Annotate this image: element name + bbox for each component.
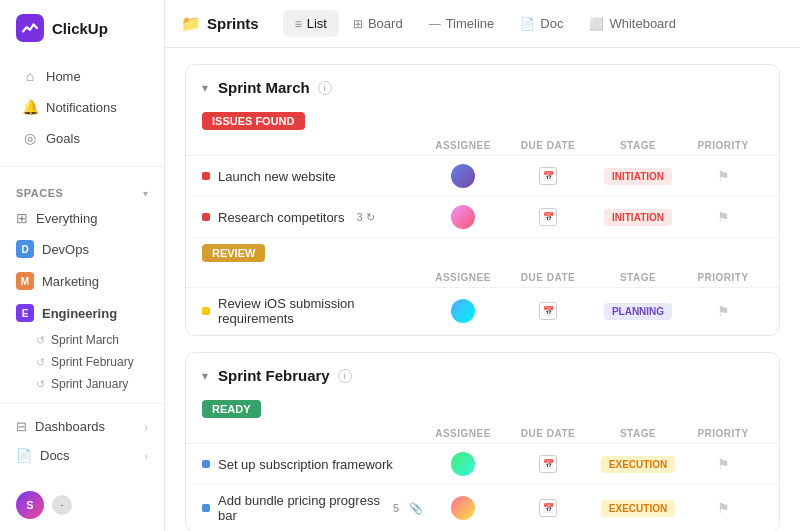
- due-date-cell: 📅: [503, 208, 593, 226]
- stage-cell: INITIATION: [593, 209, 683, 226]
- sprint-march-title: Sprint March: [218, 79, 310, 96]
- goals-label: Goals: [46, 131, 80, 146]
- col-duedate-3: DUE DATE: [503, 428, 593, 439]
- sidebar-item-sprint-february[interactable]: ↺ Sprint February: [0, 351, 164, 373]
- task-label: Set up subscription framework: [218, 457, 393, 472]
- devops-dot: D: [16, 240, 34, 258]
- table-row: Review iOS submission requirements 📅 PLA…: [186, 288, 779, 335]
- priority-cell: ⚑: [683, 500, 763, 516]
- avatar: [451, 299, 475, 323]
- sidebar-item-goals[interactable]: ◎ Goals: [6, 123, 158, 153]
- tab-whiteboard-label: Whiteboard: [609, 16, 675, 31]
- calendar-icon[interactable]: 📅: [539, 499, 557, 517]
- marketing-dot: M: [16, 272, 34, 290]
- engineering-dot: E: [16, 304, 34, 322]
- ready-badge: READY: [202, 400, 261, 418]
- paperclip-icon: 📎: [409, 502, 423, 515]
- sprint-february-group1-columns: ASSIGNEE DUE DATE STAGE PRIORITY: [186, 424, 779, 444]
- task-dot-blue: [202, 460, 210, 468]
- docs-label: Docs: [40, 448, 70, 463]
- tab-timeline[interactable]: — Timeline: [417, 10, 507, 37]
- grid-icon: ⊞: [16, 210, 28, 226]
- sprint-march-group1-columns: ASSIGNEE DUE DATE STAGE PRIORITY: [186, 136, 779, 156]
- task-dot-red: [202, 213, 210, 221]
- notifications-label: Notifications: [46, 100, 117, 115]
- sprint-january-sub-icon: ↺: [36, 378, 45, 391]
- assignee-cell: [423, 164, 503, 188]
- calendar-icon[interactable]: 📅: [539, 302, 557, 320]
- whiteboard-tab-icon: ⬜: [589, 17, 604, 31]
- priority-cell: ⚑: [683, 456, 763, 472]
- flag-icon: ⚑: [717, 500, 730, 516]
- avatar: [451, 164, 475, 188]
- due-date-cell: 📅: [503, 167, 593, 185]
- priority-cell: ⚑: [683, 303, 763, 319]
- clickup-logo-icon: [16, 14, 44, 42]
- sprint-march-toggle-icon[interactable]: ▾: [202, 81, 208, 95]
- table-row: Research competitors 3 ↻ 📅 INITIATION ⚑: [186, 197, 779, 238]
- col-priority-1: PRIORITY: [683, 140, 763, 151]
- stage-cell: EXECUTION: [593, 500, 683, 517]
- col-duedate-2: DUE DATE: [503, 272, 593, 283]
- tab-board-label: Board: [368, 16, 403, 31]
- due-date-cell: 📅: [503, 455, 593, 473]
- task-dot-yellow: [202, 307, 210, 315]
- stage-badge: INITIATION: [604, 209, 672, 226]
- sidebar-item-sprint-march[interactable]: ↺ Sprint March: [0, 329, 164, 351]
- task-name: Review iOS submission requirements: [202, 296, 423, 326]
- sidebar-item-notifications[interactable]: 🔔 Notifications: [6, 92, 158, 122]
- sprint-february-header: ▾ Sprint February i: [186, 353, 779, 394]
- sprint-february-section: ▾ Sprint February i READY ASSIGNEE DUE D…: [185, 352, 780, 531]
- bell-icon: 🔔: [22, 99, 38, 115]
- sidebar-item-home[interactable]: ⌂ Home: [6, 61, 158, 91]
- assignee-cell: [423, 452, 503, 476]
- user-avatar[interactable]: S: [16, 491, 44, 519]
- topbar-tabs: ≡ List ⊞ Board — Timeline 📄 Doc ⬜ Whiteb…: [283, 10, 688, 37]
- docs-chevron-icon: ›: [144, 450, 148, 462]
- sprint-march-info-icon[interactable]: i: [318, 81, 332, 95]
- sprint-march-sub-label: Sprint March: [51, 333, 119, 347]
- calendar-icon[interactable]: 📅: [539, 167, 557, 185]
- sprint-february-info-icon[interactable]: i: [338, 369, 352, 383]
- col-task: [202, 140, 423, 151]
- docs-icon: 📄: [16, 448, 32, 463]
- folder-icon: 📁: [181, 14, 201, 33]
- sidebar-item-docs[interactable]: 📄 Docs ›: [0, 441, 164, 470]
- tab-board[interactable]: ⊞ Board: [341, 10, 415, 37]
- divider-1: [0, 166, 164, 167]
- sprint-february-toggle-icon[interactable]: ▾: [202, 369, 208, 383]
- sidebar-item-devops[interactable]: D DevOps: [0, 234, 164, 264]
- tab-list[interactable]: ≡ List: [283, 10, 339, 37]
- doc-tab-icon: 📄: [520, 17, 535, 31]
- sidebar-item-marketing[interactable]: M Marketing: [0, 266, 164, 296]
- stage-badge: PLANNING: [604, 303, 672, 320]
- main-content: 📁 Sprints ≡ List ⊞ Board — Timeline 📄 Do…: [165, 0, 800, 531]
- sidebar-item-everything[interactable]: ⊞ Everything: [0, 204, 164, 232]
- priority-cell: ⚑: [683, 168, 763, 184]
- topbar: 📁 Sprints ≡ List ⊞ Board — Timeline 📄 Do…: [165, 0, 800, 48]
- task-count: 5: [393, 502, 399, 514]
- issues-found-badge: ISSUES FOUND: [202, 112, 305, 130]
- tab-doc[interactable]: 📄 Doc: [508, 10, 575, 37]
- sprint-february-sub-icon: ↺: [36, 356, 45, 369]
- sidebar-footer: S ·: [0, 479, 164, 531]
- sprint-march-header: ▾ Sprint March i: [186, 65, 779, 106]
- col-priority-2: PRIORITY: [683, 272, 763, 283]
- task-dot-blue: [202, 504, 210, 512]
- col-assignee-1: ASSIGNEE: [423, 140, 503, 151]
- due-date-cell: 📅: [503, 499, 593, 517]
- sidebar-item-sprint-january[interactable]: ↺ Sprint January: [0, 373, 164, 395]
- engineering-label: Engineering: [42, 306, 117, 321]
- sidebar-item-engineering[interactable]: E Engineering: [0, 298, 164, 328]
- dashboards-label: Dashboards: [35, 419, 105, 434]
- everything-label: Everything: [36, 211, 97, 226]
- calendar-icon[interactable]: 📅: [539, 455, 557, 473]
- stage-badge: EXECUTION: [601, 456, 675, 473]
- calendar-icon[interactable]: 📅: [539, 208, 557, 226]
- col-assignee-3: ASSIGNEE: [423, 428, 503, 439]
- task-name: Set up subscription framework: [202, 457, 423, 472]
- spaces-section-header: Spaces ▾: [0, 175, 164, 203]
- tab-whiteboard[interactable]: ⬜ Whiteboard: [577, 10, 687, 37]
- task-name: Add bundle pricing progress bar 5 📎: [202, 493, 423, 523]
- sidebar-item-dashboards[interactable]: ⊟ Dashboards ›: [0, 412, 164, 441]
